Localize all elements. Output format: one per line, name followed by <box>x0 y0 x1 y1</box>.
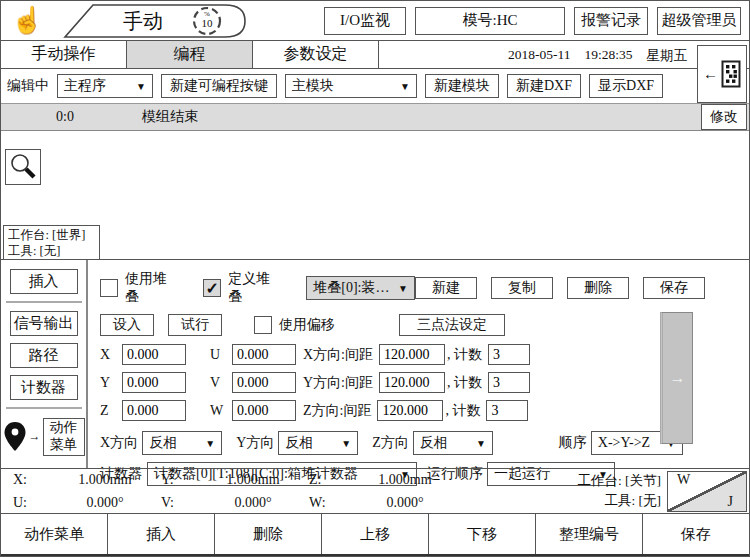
hmi-screen: ☝ 手动 % 10 I/O监视 模号:HC 报警记录 超级管理员 手动操作 编程… <box>0 0 750 557</box>
stack-select-value: 堆叠[0]:装… <box>313 279 389 297</box>
tab-parameter-settings[interactable]: 参数设定 <box>253 41 379 68</box>
x-direction-label: X方向 <box>100 434 138 452</box>
w-pos-label: W: <box>309 495 345 511</box>
define-stack-label: 定义堆叠 <box>228 270 282 306</box>
edit-toolbar: 编辑中 主程序 ▼ 新建可编程按键 主模块 ▼ 新建模块 新建DXF 显示DXF <box>1 69 749 103</box>
axis-z-input[interactable] <box>122 400 186 421</box>
mold-number-button[interactable]: 模号:HC <box>415 7 565 35</box>
v-pos-value: 0.000° <box>197 495 309 511</box>
modify-button[interactable]: 修改 <box>701 104 747 130</box>
location-pin-icon <box>3 421 27 453</box>
count-z-input[interactable] <box>486 400 528 421</box>
new-stack-button[interactable]: 新建 <box>415 277 477 299</box>
show-dxf-button[interactable]: 显示DXF <box>589 74 663 98</box>
line-number: 0:0 <box>56 109 74 125</box>
pitch-z-input[interactable] <box>377 400 443 421</box>
axis-v-input[interactable] <box>232 372 296 393</box>
pitch-label: Z方向:间距 <box>303 402 371 420</box>
axis-row-z: Z W Z方向:间距 , 计数 <box>100 400 749 421</box>
new-module-button[interactable]: 新建模块 <box>425 74 499 98</box>
command-sidebar: 插入 信号输出 路径 计数器 → 动作 菜单 <box>1 260 88 468</box>
define-stack-checkbox[interactable]: ✓ <box>203 279 221 297</box>
axis-u-input[interactable] <box>232 344 296 365</box>
program-select-value: 主程序 <box>64 77 106 95</box>
insert-bottom-button[interactable]: 插入 <box>108 514 215 554</box>
tab-programming[interactable]: 编程 <box>127 41 253 68</box>
axis-w-input[interactable] <box>232 400 296 421</box>
divider <box>6 301 82 303</box>
action-menu-row: → 动作 菜单 <box>3 418 85 456</box>
new-programmable-key-button[interactable]: 新建可编程按键 <box>161 74 277 98</box>
move-up-button[interactable]: 上移 <box>322 514 429 554</box>
chevron-down-icon: ▼ <box>136 81 146 92</box>
y-direction-select[interactable]: 反相 ▼ <box>278 431 358 455</box>
time-text: 19:28:35 <box>584 47 632 65</box>
delete-bottom-button[interactable]: 删除 <box>215 514 322 554</box>
expand-panel-button[interactable]: → <box>660 312 693 444</box>
copy-stack-button[interactable]: 复制 <box>491 277 553 299</box>
pitch-y-input[interactable] <box>379 372 445 393</box>
tool-frame-label: 工具: [无] <box>8 243 95 259</box>
count-label: , 计数 <box>447 374 482 392</box>
three-point-setup-button[interactable]: 三点法设定 <box>399 314 505 336</box>
program-select[interactable]: 主程序 ▼ <box>57 74 153 98</box>
keypad-icon <box>721 60 741 88</box>
z-pos-value: 1.000mm <box>345 472 465 488</box>
axis-label: Z <box>100 403 114 419</box>
path-button[interactable]: 路径 <box>10 343 78 368</box>
date-text: 2018-05-11 <box>508 47 571 65</box>
x-pos-label: X: <box>13 472 49 488</box>
count-y-input[interactable] <box>488 372 530 393</box>
signal-output-button[interactable]: 信号输出 <box>10 311 78 336</box>
weekday-text: 星期五 <box>647 47 688 65</box>
action-menu-button[interactable]: 动作 菜单 <box>43 418 85 456</box>
world-mode-label: W <box>677 472 690 488</box>
user-role-button[interactable]: 超级管理员 <box>657 7 741 35</box>
keypad-toggle-button[interactable]: ← <box>697 45 747 103</box>
u-pos-value: 0.000° <box>49 495 161 511</box>
delete-stack-button[interactable]: 删除 <box>567 277 629 299</box>
coordinate-mode-toggle[interactable]: W J <box>667 471 747 512</box>
header-bar: ☝ 手动 % 10 I/O监视 模号:HC 报警记录 超级管理员 <box>1 1 749 41</box>
x-direction-select[interactable]: 反相 ▼ <box>142 431 222 455</box>
axis-y-input[interactable] <box>122 372 186 393</box>
order-value: X->Y->Z <box>598 435 650 451</box>
zoom-button[interactable] <box>5 149 41 185</box>
workbench-frame-label: 工作台: [世界] <box>8 227 95 243</box>
arrow-right-icon: → <box>29 429 41 444</box>
save-bottom-button[interactable]: 保存 <box>643 514 749 554</box>
axis-x-input[interactable] <box>122 344 186 365</box>
main-tabs: 手动操作 编程 参数设定 2018-05-11 19:28:35 星期五 <box>1 41 749 69</box>
z-pos-label: Z: <box>309 472 345 488</box>
set-in-button[interactable]: 设入 <box>100 314 154 336</box>
io-monitor-button[interactable]: I/O监视 <box>324 7 406 35</box>
count-x-input[interactable] <box>488 344 530 365</box>
insert-button[interactable]: 插入 <box>10 269 78 294</box>
tab-manual-operation[interactable]: 手动操作 <box>1 41 127 68</box>
counter-button[interactable]: 计数器 <box>10 375 78 400</box>
trial-run-button[interactable]: 试行 <box>168 314 222 336</box>
z-direction-select[interactable]: 反相 ▼ <box>413 431 493 455</box>
action-menu-bottom-button[interactable]: 动作菜单 <box>1 514 108 554</box>
stack-select[interactable]: 堆叠[0]:装… ▼ <box>306 276 415 300</box>
move-down-button[interactable]: 下移 <box>429 514 536 554</box>
save-stack-button[interactable]: 保存 <box>643 277 705 299</box>
module-select[interactable]: 主模块 ▼ <box>285 74 417 98</box>
use-offset-checkbox[interactable] <box>254 316 272 334</box>
line-text: 模组结束 <box>142 108 198 126</box>
module-select-value: 主模块 <box>292 77 334 95</box>
frame-info-box: 工作台: [世界] 工具: [无] <box>3 225 100 260</box>
mode-banner: 手动 % 10 <box>57 3 249 39</box>
stack-header-row: 使用堆叠 ✓ 定义堆叠 堆叠[0]:装… ▼ 新建 复制 删除 保存 <box>100 270 749 306</box>
use-stack-label: 使用堆叠 <box>125 270 179 306</box>
tool-status: 工具: [无] <box>577 491 661 511</box>
pitch-label: X方向:间距 <box>303 346 373 364</box>
alarm-log-button[interactable]: 报警记录 <box>574 7 648 35</box>
use-stack-checkbox[interactable] <box>100 279 118 297</box>
pitch-x-input[interactable] <box>379 344 445 365</box>
chevron-down-icon: ▼ <box>341 438 351 449</box>
program-line-strip[interactable]: 0:0 模组结束 修改 <box>1 103 749 131</box>
renumber-button[interactable]: 整理编号 <box>536 514 643 554</box>
new-dxf-button[interactable]: 新建DXF <box>507 74 581 98</box>
editing-label: 编辑中 <box>7 77 49 95</box>
